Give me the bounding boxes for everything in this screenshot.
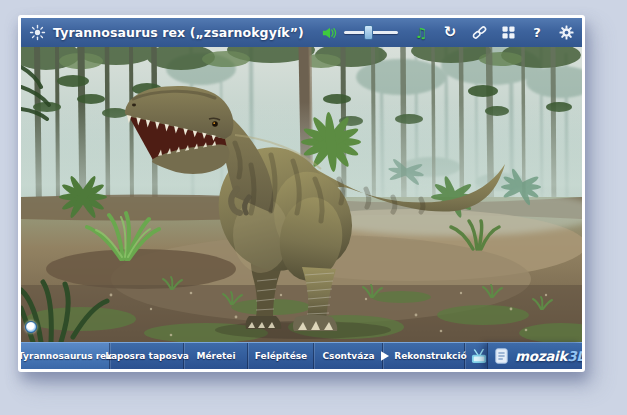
- window-inner: Tyrannosaurus rex („zsarnokgyík”) ♫: [21, 18, 582, 369]
- tab-rekonstrukcio[interactable]: Rekonstrukció: [383, 343, 465, 369]
- refresh-icon[interactable]: ↻: [442, 24, 458, 42]
- scene-3d-viewport[interactable]: [21, 47, 582, 342]
- sun-icon: [29, 24, 46, 41]
- tab-label: Csontváza: [322, 351, 374, 361]
- tab-label: Tyrannosaurus rex: [21, 351, 112, 361]
- forest-trex-illustration: [21, 47, 582, 342]
- titlebar-controls: ♫ ↻: [322, 24, 574, 42]
- link-icon[interactable]: [471, 24, 487, 42]
- play-icon: [381, 351, 389, 361]
- tab-label: Laposra taposva: [105, 351, 189, 361]
- volume-slider-handle[interactable]: [364, 25, 373, 40]
- tab-label: Felépítése: [255, 351, 307, 361]
- mozaik3d-logo-panel[interactable]: mozaik3D: [487, 343, 582, 369]
- question-icon[interactable]: ?: [529, 24, 545, 42]
- music-note-icon[interactable]: ♫: [413, 24, 429, 42]
- tab-csontvaza[interactable]: Csontváza: [314, 343, 383, 369]
- page-title: Tyrannosaurus rex („zsarnokgyík”): [53, 25, 304, 40]
- tab-meretei[interactable]: Méretei: [184, 343, 248, 369]
- speaker-icon[interactable]: [322, 24, 338, 42]
- tab-label: Méretei: [196, 351, 235, 361]
- app-window: Tyrannosaurus rex („zsarnokgyík”) ♫: [18, 15, 585, 372]
- tab-label: Rekonstrukció: [394, 351, 466, 361]
- volume-control: [322, 24, 398, 42]
- grid-icon[interactable]: [500, 24, 516, 42]
- titlebar: Tyrannosaurus rex („zsarnokgyík”) ♫: [21, 18, 582, 47]
- pan-indicator-dot[interactable]: [25, 321, 37, 333]
- tabbar: Tyrannosaurus rex Laposra taposva Mérete…: [21, 342, 582, 369]
- volume-slider[interactable]: [344, 31, 398, 34]
- tab-felepitese[interactable]: Felépítése: [248, 343, 314, 369]
- gear-icon[interactable]: [558, 24, 574, 42]
- mozaik3d-logo: mozaik3D: [515, 348, 582, 364]
- tab-tyrannosaurus-rex[interactable]: Tyrannosaurus rex: [21, 343, 110, 369]
- tab-laposra-taposva[interactable]: Laposra taposva: [110, 343, 184, 369]
- document-icon[interactable]: [495, 348, 508, 364]
- tv-icon: [470, 349, 488, 364]
